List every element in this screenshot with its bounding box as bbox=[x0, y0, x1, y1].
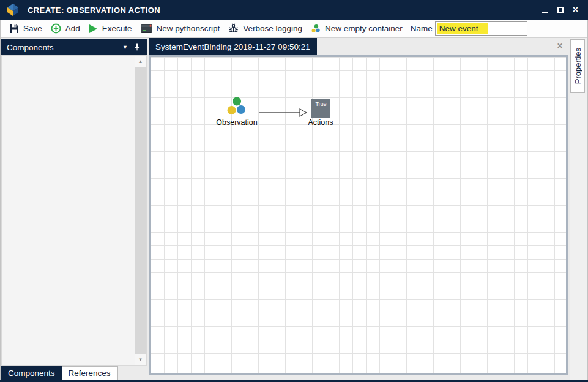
actions-node[interactable]: True bbox=[311, 99, 330, 118]
pin-icon[interactable] bbox=[134, 43, 141, 51]
execute-button[interactable]: Execute bbox=[84, 23, 136, 35]
toolbar: Save Add Execute bbox=[0, 20, 588, 38]
new-empty-container-button[interactable]: New empty container bbox=[307, 23, 407, 35]
name-input-value: New event bbox=[437, 23, 488, 34]
execute-icon bbox=[89, 24, 98, 34]
components-panel-title: Components bbox=[7, 43, 54, 52]
new-empty-container-label: New empty container bbox=[325, 24, 403, 33]
chevron-down-icon[interactable]: ▼ bbox=[116, 44, 134, 50]
name-label: Name bbox=[411, 24, 433, 33]
diagram-canvas[interactable]: Observation True Actions bbox=[149, 55, 568, 375]
right-dock-strip: Properties bbox=[570, 38, 587, 380]
add-icon bbox=[51, 23, 61, 34]
new-pythonscript-button[interactable]: New pythonscript bbox=[136, 23, 225, 35]
scroll-down-icon[interactable]: ▼ bbox=[135, 354, 146, 365]
tab-components[interactable]: Components bbox=[1, 366, 62, 380]
actions-node-badge: True bbox=[315, 101, 326, 107]
container-icon bbox=[311, 24, 321, 34]
tab-close-icon[interactable]: ✕ bbox=[557, 42, 563, 50]
save-button[interactable]: Save bbox=[5, 23, 47, 35]
save-icon bbox=[9, 24, 19, 34]
actions-node-label: Actions bbox=[290, 118, 351, 127]
window-controls: × bbox=[542, 0, 588, 20]
verbose-logging-label: Verbose logging bbox=[243, 24, 302, 33]
tab-references[interactable]: References bbox=[62, 366, 118, 380]
maximize-icon[interactable] bbox=[557, 7, 564, 13]
window-border-left bbox=[0, 20, 1, 382]
tab-system-event-binding[interactable]: SystemEventBinding 2019-11-27 09:50:21 bbox=[149, 38, 317, 55]
pythonscript-icon bbox=[141, 24, 152, 34]
components-panel: Components ▼ ▲ ▼ Components References bbox=[1, 38, 147, 380]
app-window: CREATE: OBSERVATION ACTION × Save bbox=[0, 0, 588, 382]
components-panel-header: Components ▼ bbox=[1, 39, 147, 55]
window-title: CREATE: OBSERVATION ACTION bbox=[28, 6, 160, 15]
new-pythonscript-label: New pythonscript bbox=[157, 24, 220, 33]
components-list[interactable]: ▲ ▼ bbox=[1, 55, 147, 366]
name-input[interactable]: New event bbox=[435, 21, 527, 36]
name-field-group: Name New event bbox=[411, 21, 527, 36]
app-logo-icon bbox=[6, 3, 20, 17]
properties-tab-label: Properties bbox=[573, 48, 582, 84]
minimize-icon[interactable] bbox=[542, 12, 548, 13]
verbose-logging-button[interactable]: Verbose logging bbox=[224, 22, 307, 35]
observation-node[interactable] bbox=[225, 96, 248, 120]
bug-icon bbox=[228, 23, 239, 34]
tab-properties[interactable]: Properties bbox=[570, 39, 585, 93]
editor-area: SystemEventBinding 2019-11-27 09:50:21 ✕… bbox=[149, 38, 570, 380]
save-label: Save bbox=[23, 24, 42, 33]
editor-tab-bar: SystemEventBinding 2019-11-27 09:50:21 ✕ bbox=[149, 38, 570, 55]
add-button[interactable]: Add bbox=[47, 22, 84, 35]
components-scrollbar[interactable]: ▲ ▼ bbox=[135, 56, 146, 365]
scroll-up-icon[interactable]: ▲ bbox=[135, 56, 146, 67]
close-icon[interactable]: × bbox=[573, 5, 578, 15]
execute-label: Execute bbox=[102, 24, 132, 33]
add-label: Add bbox=[65, 24, 80, 33]
dock-tab-bar: Components References bbox=[1, 366, 118, 380]
title-bar: CREATE: OBSERVATION ACTION × bbox=[0, 0, 588, 20]
